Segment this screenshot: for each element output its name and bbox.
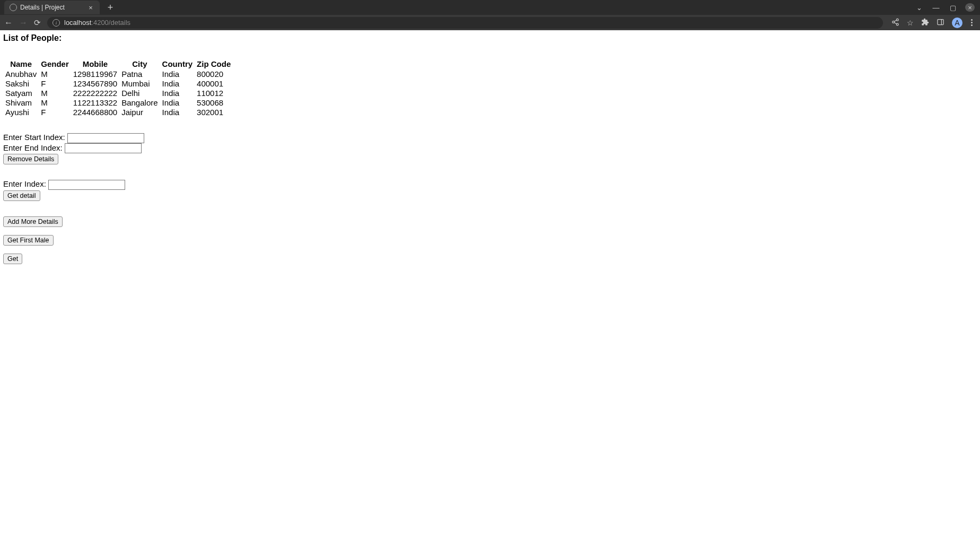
back-button[interactable]: ← (4, 18, 13, 28)
start-index-input[interactable] (67, 133, 144, 143)
close-window-icon[interactable]: × (965, 3, 975, 12)
close-tab-icon[interactable]: × (87, 4, 94, 11)
cell-mobile: 1234567890 (71, 79, 119, 88)
cell-name: Satyam (3, 88, 39, 98)
cell-country: India (160, 88, 195, 98)
end-index-input[interactable] (65, 143, 142, 153)
people-table: Name Gender Mobile City Country Zip Code… (3, 59, 233, 117)
cell-zip: 400001 (195, 79, 233, 88)
cell-zip: 530068 (195, 98, 233, 107)
cell-gender: M (39, 88, 71, 98)
browser-chrome: Details | Project × + ⌄ — ▢ × ← → ⟳ i lo… (0, 0, 980, 30)
svg-line-4 (894, 20, 896, 22)
globe-icon (10, 4, 17, 11)
site-info-icon[interactable]: i (52, 19, 60, 27)
get-first-male-button[interactable]: Get First Male (3, 235, 54, 246)
window-controls: ⌄ — ▢ × (914, 3, 980, 12)
cell-mobile: 2244668800 (71, 107, 119, 117)
chevron-down-icon[interactable]: ⌄ (914, 4, 924, 12)
cell-mobile: 2222222222 (71, 88, 119, 98)
get-detail-button[interactable]: Get detail (3, 190, 40, 201)
cell-gender: M (39, 69, 71, 79)
col-name: Name (3, 59, 39, 69)
maximize-window-icon[interactable]: ▢ (948, 4, 958, 12)
col-country: Country (160, 59, 195, 69)
share-icon[interactable] (891, 18, 899, 28)
cell-zip: 110012 (195, 88, 233, 98)
cell-country: India (160, 98, 195, 107)
table-header-row: Name Gender Mobile City Country Zip Code (3, 59, 233, 69)
cell-city: Jaipur (119, 107, 160, 117)
table-row: SatyamM2222222222DelhiIndia110012 (3, 88, 233, 98)
cell-country: India (160, 107, 195, 117)
start-index-label: Enter Start Index: (3, 133, 65, 142)
remove-details-button[interactable]: Remove Details (3, 154, 58, 164)
new-tab-button[interactable]: + (105, 2, 116, 13)
page-content: List of People: Name Gender Mobile City … (0, 30, 980, 267)
extensions-icon[interactable] (921, 18, 929, 28)
cell-city: Bangalore (119, 98, 160, 107)
svg-rect-5 (938, 19, 943, 24)
svg-point-0 (896, 19, 898, 21)
col-mobile: Mobile (71, 59, 119, 69)
menu-dots-icon[interactable] (970, 18, 974, 27)
profile-avatar[interactable]: A (952, 18, 962, 28)
cell-mobile: 1298119967 (71, 69, 119, 79)
cell-city: Delhi (119, 88, 160, 98)
col-zip: Zip Code (195, 59, 233, 69)
cell-gender: F (39, 107, 71, 117)
cell-city: Mumbai (119, 79, 160, 88)
table-row: AyushiF2244668800JaipurIndia302001 (3, 107, 233, 117)
cell-country: India (160, 79, 195, 88)
cell-name: Ayushi (3, 107, 39, 117)
url-text: localhost:4200/details (64, 19, 130, 27)
cell-name: Shivam (3, 98, 39, 107)
svg-line-3 (894, 22, 896, 24)
toolbar-icons: ☆ A (889, 18, 976, 28)
address-bar[interactable]: i localhost:4200/details (47, 17, 883, 29)
minimize-window-icon[interactable]: — (931, 4, 941, 12)
table-row: AnubhavM1298119967PatnaIndia800020 (3, 69, 233, 79)
cell-gender: M (39, 98, 71, 107)
cell-name: Sakshi (3, 79, 39, 88)
page-title: List of People: (3, 33, 977, 43)
tab-title: Details | Project (20, 4, 84, 11)
cell-zip: 800020 (195, 69, 233, 79)
reload-button[interactable]: ⟳ (34, 18, 41, 28)
side-panel-icon[interactable] (937, 18, 944, 28)
cell-country: India (160, 69, 195, 79)
svg-point-1 (892, 21, 895, 23)
end-index-label: Enter End Index: (3, 143, 63, 152)
table-row: SakshiF1234567890MumbaiIndia400001 (3, 79, 233, 88)
bookmark-star-icon[interactable]: ☆ (907, 19, 914, 27)
cell-city: Patna (119, 69, 160, 79)
browser-tab[interactable]: Details | Project × (4, 1, 100, 14)
index-row: Enter Index: (3, 179, 977, 190)
svg-point-2 (896, 23, 898, 25)
index-input[interactable] (48, 180, 125, 190)
tab-bar: Details | Project × + ⌄ — ▢ × (0, 0, 980, 15)
get-button[interactable]: Get (3, 254, 22, 264)
cell-name: Anubhav (3, 69, 39, 79)
end-index-row: Enter End Index: (3, 143, 977, 154)
table-row: ShivamM1122113322BangaloreIndia530068 (3, 98, 233, 107)
index-label: Enter Index: (3, 179, 46, 188)
start-index-row: Enter Start Index: (3, 133, 977, 143)
cell-gender: F (39, 79, 71, 88)
cell-zip: 302001 (195, 107, 233, 117)
cell-mobile: 1122113322 (71, 98, 119, 107)
forward-button[interactable]: → (19, 18, 28, 28)
add-more-details-button[interactable]: Add More Details (3, 216, 63, 227)
nav-bar: ← → ⟳ i localhost:4200/details ☆ A (0, 15, 980, 30)
col-city: City (119, 59, 160, 69)
col-gender: Gender (39, 59, 71, 69)
